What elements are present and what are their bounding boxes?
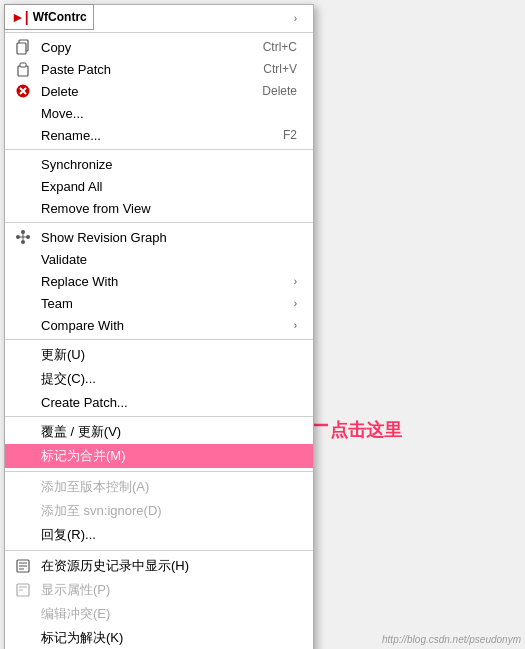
menu-item-compare-with[interactable]: Compare With ›	[5, 314, 313, 336]
menu-item-mark-resolved-cn[interactable]: 标记为解决(K)	[5, 626, 313, 649]
menu-item-remove-view[interactable]: Remove from View	[5, 197, 313, 219]
props-icon	[13, 580, 33, 600]
menu-item-replace-with[interactable]: Replace With ›	[5, 270, 313, 292]
svg-rect-1	[17, 43, 26, 54]
menu-item-add-svnignore-cn[interactable]: 添加至 svn:ignore(D)	[5, 499, 313, 523]
history-icon	[13, 556, 33, 576]
menu-item-overwrite-cn[interactable]: 覆盖 / 更新(V)	[5, 420, 313, 444]
svg-point-10	[21, 240, 25, 244]
arrow-icon: ›	[294, 13, 297, 24]
delete-icon	[13, 81, 33, 101]
separator-2	[5, 149, 313, 150]
menu-item-show-history-cn[interactable]: 在资源历史记录中显示(H)	[5, 554, 313, 578]
menu-item-validate[interactable]: Validate	[5, 248, 313, 270]
menu-item-team[interactable]: Team ›	[5, 292, 313, 314]
menu-item-move[interactable]: Move...	[5, 102, 313, 124]
menu-item-paste-patch[interactable]: Paste Patch Ctrl+V	[5, 58, 313, 80]
svg-point-8	[21, 230, 25, 234]
svg-rect-3	[20, 63, 26, 67]
copy-icon	[13, 37, 33, 57]
menu-item-create-patch[interactable]: Create Patch...	[5, 391, 313, 413]
menu-item-copy[interactable]: Copy Ctrl+C	[5, 36, 313, 58]
separator-3	[5, 222, 313, 223]
menu-item-show-revision[interactable]: Show Revision Graph	[5, 226, 313, 248]
menu-item-delete[interactable]: Delete Delete	[5, 80, 313, 102]
separator-1	[5, 32, 313, 33]
watermark: http://blog.csdn.net/pseudonym	[382, 634, 521, 645]
arrow-icon-team: ›	[294, 298, 297, 309]
menu-item-revert-cn[interactable]: 回复(R)...	[5, 523, 313, 547]
menu-item-show-props-cn[interactable]: 显示属性(P)	[5, 578, 313, 602]
context-menu: Show In › Copy Ctrl+C Paste Patch Ctrl+V	[4, 4, 314, 649]
graph-icon	[13, 227, 33, 247]
wf-icon: ►|	[11, 9, 29, 25]
wf-label: WfContrc	[33, 10, 87, 24]
menu-item-update-cn[interactable]: 更新(U)	[5, 343, 313, 367]
menu-item-mark-merged[interactable]: 标记为合并(M)	[5, 444, 313, 468]
separator-6	[5, 471, 313, 472]
menu-item-edit-conflict-cn[interactable]: 编辑冲突(E)	[5, 602, 313, 626]
separator-5	[5, 416, 313, 417]
menu-item-expand-all[interactable]: Expand All	[5, 175, 313, 197]
menu-item-commit-cn[interactable]: 提交(C)...	[5, 367, 313, 391]
arrow-icon-replace: ›	[294, 276, 297, 287]
arrow-icon-compare: ›	[294, 320, 297, 331]
click-annotation: 点击这里	[330, 418, 402, 442]
separator-4	[5, 339, 313, 340]
menu-item-add-vcs-cn[interactable]: 添加至版本控制(A)	[5, 475, 313, 499]
wfcontrol-bar: ►| WfContrc	[4, 4, 94, 30]
menu-item-rename[interactable]: Rename... F2	[5, 124, 313, 146]
separator-7	[5, 550, 313, 551]
svg-point-9	[26, 235, 30, 239]
menu-item-synchronize[interactable]: Synchronize	[5, 153, 313, 175]
svg-point-7	[16, 235, 20, 239]
paste-icon	[13, 59, 33, 79]
